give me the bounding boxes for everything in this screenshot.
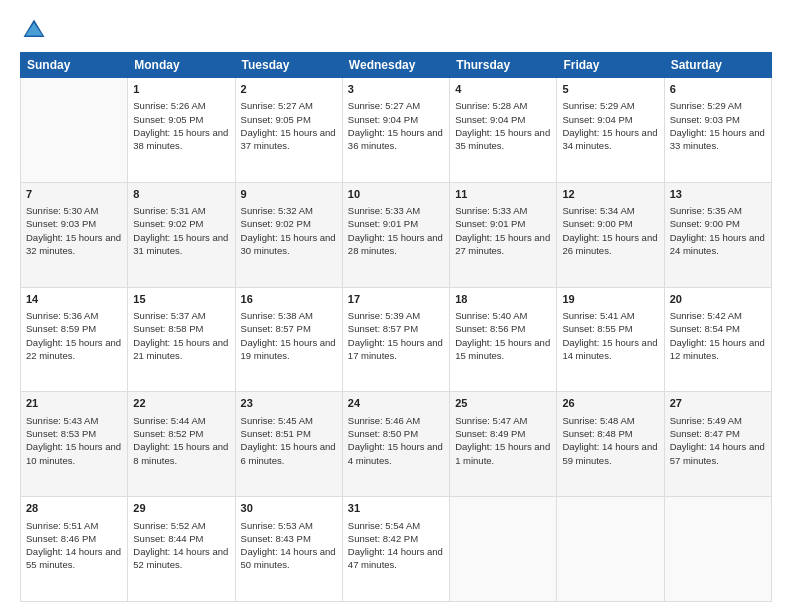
calendar-header-sunday: Sunday xyxy=(21,53,128,78)
daylight-text: Daylight: 15 hours and 6 minutes. xyxy=(241,440,337,467)
daylight-text: Daylight: 15 hours and 15 minutes. xyxy=(455,336,551,363)
day-number: 29 xyxy=(133,501,229,516)
sunrise-text: Sunrise: 5:34 AM xyxy=(562,204,658,217)
day-number: 21 xyxy=(26,396,122,411)
sunset-text: Sunset: 9:04 PM xyxy=(348,113,444,126)
sunrise-text: Sunrise: 5:27 AM xyxy=(241,99,337,112)
day-number: 18 xyxy=(455,292,551,307)
calendar-cell: 9Sunrise: 5:32 AMSunset: 9:02 PMDaylight… xyxy=(235,182,342,287)
sunrise-text: Sunrise: 5:35 AM xyxy=(670,204,766,217)
sunset-text: Sunset: 8:56 PM xyxy=(455,322,551,335)
daylight-text: Daylight: 15 hours and 19 minutes. xyxy=(241,336,337,363)
sunrise-text: Sunrise: 5:36 AM xyxy=(26,309,122,322)
sunrise-text: Sunrise: 5:29 AM xyxy=(670,99,766,112)
calendar-week-row: 1Sunrise: 5:26 AMSunset: 9:05 PMDaylight… xyxy=(21,78,772,183)
sunset-text: Sunset: 9:04 PM xyxy=(562,113,658,126)
sunrise-text: Sunrise: 5:28 AM xyxy=(455,99,551,112)
calendar-cell xyxy=(557,497,664,602)
calendar-week-row: 28Sunrise: 5:51 AMSunset: 8:46 PMDayligh… xyxy=(21,497,772,602)
day-number: 28 xyxy=(26,501,122,516)
sunset-text: Sunset: 8:43 PM xyxy=(241,532,337,545)
calendar-cell: 13Sunrise: 5:35 AMSunset: 9:00 PMDayligh… xyxy=(664,182,771,287)
day-number: 11 xyxy=(455,187,551,202)
sunset-text: Sunset: 8:49 PM xyxy=(455,427,551,440)
day-number: 4 xyxy=(455,82,551,97)
calendar-cell: 7Sunrise: 5:30 AMSunset: 9:03 PMDaylight… xyxy=(21,182,128,287)
daylight-text: Daylight: 15 hours and 38 minutes. xyxy=(133,126,229,153)
calendar-cell: 26Sunrise: 5:48 AMSunset: 8:48 PMDayligh… xyxy=(557,392,664,497)
sunrise-text: Sunrise: 5:29 AM xyxy=(562,99,658,112)
sunset-text: Sunset: 8:47 PM xyxy=(670,427,766,440)
day-number: 3 xyxy=(348,82,444,97)
calendar-header-saturday: Saturday xyxy=(664,53,771,78)
calendar-cell: 1Sunrise: 5:26 AMSunset: 9:05 PMDaylight… xyxy=(128,78,235,183)
sunrise-text: Sunrise: 5:33 AM xyxy=(348,204,444,217)
sunrise-text: Sunrise: 5:54 AM xyxy=(348,519,444,532)
sunset-text: Sunset: 8:52 PM xyxy=(133,427,229,440)
sunrise-text: Sunrise: 5:52 AM xyxy=(133,519,229,532)
day-number: 10 xyxy=(348,187,444,202)
day-number: 25 xyxy=(455,396,551,411)
day-number: 2 xyxy=(241,82,337,97)
daylight-text: Daylight: 15 hours and 17 minutes. xyxy=(348,336,444,363)
page: SundayMondayTuesdayWednesdayThursdayFrid… xyxy=(0,0,792,612)
sunset-text: Sunset: 9:03 PM xyxy=(26,217,122,230)
sunrise-text: Sunrise: 5:43 AM xyxy=(26,414,122,427)
daylight-text: Daylight: 14 hours and 50 minutes. xyxy=(241,545,337,572)
calendar-cell xyxy=(21,78,128,183)
day-number: 31 xyxy=(348,501,444,516)
logo-icon xyxy=(20,16,48,44)
sunrise-text: Sunrise: 5:40 AM xyxy=(455,309,551,322)
day-number: 8 xyxy=(133,187,229,202)
sunset-text: Sunset: 9:00 PM xyxy=(670,217,766,230)
calendar-cell: 30Sunrise: 5:53 AMSunset: 8:43 PMDayligh… xyxy=(235,497,342,602)
calendar-cell xyxy=(664,497,771,602)
calendar-table: SundayMondayTuesdayWednesdayThursdayFrid… xyxy=(20,52,772,602)
daylight-text: Daylight: 14 hours and 57 minutes. xyxy=(670,440,766,467)
sunset-text: Sunset: 8:57 PM xyxy=(348,322,444,335)
sunrise-text: Sunrise: 5:49 AM xyxy=(670,414,766,427)
calendar-cell: 27Sunrise: 5:49 AMSunset: 8:47 PMDayligh… xyxy=(664,392,771,497)
calendar-week-row: 7Sunrise: 5:30 AMSunset: 9:03 PMDaylight… xyxy=(21,182,772,287)
calendar-header-friday: Friday xyxy=(557,53,664,78)
day-number: 14 xyxy=(26,292,122,307)
calendar-cell: 8Sunrise: 5:31 AMSunset: 9:02 PMDaylight… xyxy=(128,182,235,287)
sunrise-text: Sunrise: 5:26 AM xyxy=(133,99,229,112)
calendar-header-monday: Monday xyxy=(128,53,235,78)
daylight-text: Daylight: 14 hours and 59 minutes. xyxy=(562,440,658,467)
header xyxy=(20,16,772,44)
sunrise-text: Sunrise: 5:45 AM xyxy=(241,414,337,427)
sunset-text: Sunset: 8:53 PM xyxy=(26,427,122,440)
calendar-cell: 25Sunrise: 5:47 AMSunset: 8:49 PMDayligh… xyxy=(450,392,557,497)
sunset-text: Sunset: 9:02 PM xyxy=(133,217,229,230)
sunrise-text: Sunrise: 5:44 AM xyxy=(133,414,229,427)
daylight-text: Daylight: 14 hours and 47 minutes. xyxy=(348,545,444,572)
calendar-cell: 10Sunrise: 5:33 AMSunset: 9:01 PMDayligh… xyxy=(342,182,449,287)
sunset-text: Sunset: 8:58 PM xyxy=(133,322,229,335)
sunset-text: Sunset: 9:01 PM xyxy=(455,217,551,230)
daylight-text: Daylight: 15 hours and 35 minutes. xyxy=(455,126,551,153)
sunset-text: Sunset: 8:55 PM xyxy=(562,322,658,335)
sunset-text: Sunset: 9:00 PM xyxy=(562,217,658,230)
daylight-text: Daylight: 14 hours and 55 minutes. xyxy=(26,545,122,572)
calendar-cell xyxy=(450,497,557,602)
calendar-cell: 24Sunrise: 5:46 AMSunset: 8:50 PMDayligh… xyxy=(342,392,449,497)
sunset-text: Sunset: 8:54 PM xyxy=(670,322,766,335)
calendar-cell: 23Sunrise: 5:45 AMSunset: 8:51 PMDayligh… xyxy=(235,392,342,497)
calendar-cell: 11Sunrise: 5:33 AMSunset: 9:01 PMDayligh… xyxy=(450,182,557,287)
sunrise-text: Sunrise: 5:41 AM xyxy=(562,309,658,322)
calendar-cell: 4Sunrise: 5:28 AMSunset: 9:04 PMDaylight… xyxy=(450,78,557,183)
calendar-cell: 21Sunrise: 5:43 AMSunset: 8:53 PMDayligh… xyxy=(21,392,128,497)
day-number: 19 xyxy=(562,292,658,307)
sunset-text: Sunset: 9:05 PM xyxy=(241,113,337,126)
sunset-text: Sunset: 9:03 PM xyxy=(670,113,766,126)
day-number: 20 xyxy=(670,292,766,307)
sunset-text: Sunset: 9:05 PM xyxy=(133,113,229,126)
sunrise-text: Sunrise: 5:33 AM xyxy=(455,204,551,217)
sunrise-text: Sunrise: 5:42 AM xyxy=(670,309,766,322)
calendar-cell: 5Sunrise: 5:29 AMSunset: 9:04 PMDaylight… xyxy=(557,78,664,183)
calendar-cell: 20Sunrise: 5:42 AMSunset: 8:54 PMDayligh… xyxy=(664,287,771,392)
daylight-text: Daylight: 15 hours and 36 minutes. xyxy=(348,126,444,153)
sunrise-text: Sunrise: 5:46 AM xyxy=(348,414,444,427)
day-number: 5 xyxy=(562,82,658,97)
